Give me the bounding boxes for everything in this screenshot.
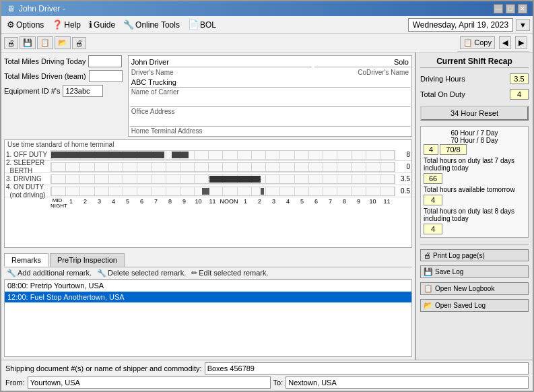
miles-team-row: Total Miles Driven (team) <box>4 70 123 82</box>
time-pm1: 1 <box>238 198 253 209</box>
driving-hours-value: 3.5 <box>510 73 529 84</box>
office-section: Office Address <box>130 97 410 115</box>
copy-area: 📋 Copy ◀ ▶ <box>457 34 530 52</box>
maximize-button[interactable]: □ <box>506 4 515 13</box>
bottom-bar: Shipping document #(s) or name of shippe… <box>1 360 533 391</box>
log-row-on-duty: 4. ON DUTY (not driving) 0.5 <box>5 185 411 197</box>
office-address-input[interactable] <box>130 97 410 107</box>
save-log-button[interactable]: 💾 Save Log <box>420 265 529 278</box>
shipping-input[interactable] <box>205 362 529 374</box>
tab-remarks[interactable]: Remarks <box>4 253 48 267</box>
total-on-duty-row: Total On Duty 4 <box>420 89 529 100</box>
arrow-right-button[interactable]: ▶ <box>515 36 527 49</box>
on-duty-label: 4. ON DUTY (not driving) <box>5 183 51 199</box>
time-10: 10 <box>191 198 205 209</box>
miles-driving-input[interactable] <box>88 55 122 67</box>
menu-online-tools[interactable]: 🔧 Online Tools <box>121 18 182 31</box>
to-label: To: <box>273 379 283 387</box>
codriver-input[interactable] <box>314 57 410 67</box>
to-input[interactable] <box>286 377 529 389</box>
save-icon: 💾 <box>424 267 433 276</box>
toolbar-btn-5[interactable]: 🖨 <box>72 37 86 49</box>
menu-bar: ⚙ Options ❓ Help ℹ Guide 🔧 Online Tools … <box>1 16 533 34</box>
equipment-id-row: Equipment ID #'s <box>4 85 123 97</box>
miles-team-input[interactable] <box>89 70 123 82</box>
right-panel: Current Shift Recap Driving Hours 3.5 To… <box>415 53 533 360</box>
menu-guide[interactable]: ℹ Guide <box>86 18 118 31</box>
time-pm4: 4 <box>281 198 295 209</box>
toolbar-btn-4[interactable]: 📂 <box>55 36 71 49</box>
toolbar-btn-2[interactable]: 💾 <box>20 36 36 49</box>
hour-60-label: 60 Hour / 7 Day <box>424 129 525 137</box>
time-5: 5 <box>121 198 135 209</box>
menu-bol[interactable]: 📄 BOL <box>185 18 219 31</box>
time-pm10: 10 <box>366 198 380 209</box>
sleeper-label: 2. SLEEPER BERTH <box>5 159 51 175</box>
left-panel: Total Miles Driving Today Total Miles Dr… <box>1 53 415 360</box>
log-grid-container: Use time standard of home terminal 1. OF… <box>4 139 412 248</box>
remark-item-0[interactable]: 08:00: Pretrip Yourtown, USA <box>5 280 411 292</box>
separator-1 <box>420 244 529 244</box>
tab-pretrip[interactable]: PreTrip Inspection <box>50 253 125 267</box>
off-duty-bar <box>51 150 395 160</box>
miles-equipment-row: Total Miles Driving Today Total Miles Dr… <box>4 55 412 137</box>
carrier-label: Name of Carrier <box>130 88 410 96</box>
log-row-off-duty: 1. OFF DUTY 8 <box>5 149 411 161</box>
log-row-sleeper: 2. SLEEPER BERTH 0 <box>5 161 411 173</box>
remarks-list: 08:00: Pretrip Yourtown, USA 12:00: Fuel… <box>4 280 412 358</box>
time-9: 9 <box>177 198 191 209</box>
copy-button[interactable]: 📋 Copy <box>460 36 495 49</box>
menu-options[interactable]: ⚙ Options <box>4 18 46 31</box>
open-saved-icon: 📂 <box>424 301 433 310</box>
log-grid: 1. OFF DUTY 8 2. SLEEPER BERTH <box>5 149 411 209</box>
open-saved-log-button[interactable]: 📂 Open Saved Log <box>420 299 529 312</box>
from-input[interactable] <box>28 377 271 389</box>
driving-label: 3. DRIVING <box>5 175 51 183</box>
close-button[interactable]: ✕ <box>518 4 527 13</box>
arrow-left-button[interactable]: ◀ <box>499 36 511 49</box>
equipment-id-label: Equipment ID #'s <box>4 87 60 95</box>
duty-8days-label: Total hours on duty last 8 days includin… <box>424 207 525 222</box>
from-to-row: From: To: <box>5 377 529 389</box>
miles-driving-row: Total Miles Driving Today <box>4 55 123 67</box>
date-selector: Wednesday, April 19, 2023 ▼ <box>408 18 530 32</box>
driver-form: Driver's Name CoDriver's Name Name of Ca… <box>128 55 412 137</box>
time-7: 7 <box>149 198 163 209</box>
hour-section: 60 Hour / 7 Day 70 Hour / 8 Day 4 70/8 T… <box>420 126 529 238</box>
total-on-duty-value: 4 <box>510 89 529 100</box>
hour-reset-button[interactable]: 34 Hour Reset <box>420 106 529 121</box>
delete-remark-button[interactable]: 🔧 Delete selected remark. <box>97 269 186 277</box>
off-duty-label: 1. OFF DUTY <box>5 151 51 158</box>
title-bar: 🖥 John Driver - — □ ✕ <box>1 1 533 16</box>
edit-remark-button[interactable]: ✏ Edit selected remark. <box>191 269 268 277</box>
edit-remark-icon: ✏ <box>191 269 197 277</box>
carrier-input[interactable] <box>130 77 410 88</box>
tabs-bar: Remarks PreTrip Inspection <box>4 253 412 267</box>
home-terminal-input[interactable] <box>130 117 410 127</box>
equipment-id-input[interactable] <box>63 85 103 97</box>
on-duty-bar <box>51 187 395 196</box>
tab-content: 🔧 Add additional remark. 🔧 Delete select… <box>4 267 412 358</box>
add-remark-button[interactable]: 🔧 Add additional remark. <box>7 269 92 277</box>
driving-hours-label: Driving Hours <box>420 75 465 83</box>
menu-help[interactable]: ❓ Help <box>49 18 84 31</box>
time-1: 1 <box>64 198 78 209</box>
add-remark-icon: 🔧 <box>7 269 16 277</box>
print-log-button[interactable]: 🖨 Print Log page(s) <box>420 249 529 261</box>
avail-tomorrow-label: Total hours available tomorrow <box>424 186 525 193</box>
options-icon: ⚙ <box>7 20 15 30</box>
time-pm2: 2 <box>253 198 267 209</box>
driver-name-input[interactable] <box>130 57 312 67</box>
date-calendar-button[interactable]: ▼ <box>516 19 530 31</box>
time-standard-label: Use time standard of home terminal <box>5 140 411 149</box>
minimize-button[interactable]: — <box>494 4 503 13</box>
bol-icon: 📄 <box>188 20 199 30</box>
time-noon: NOON <box>220 198 238 209</box>
driving-bar <box>51 174 395 184</box>
driving-hours-row: Driving Hours 3.5 <box>420 73 529 84</box>
remark-item-1[interactable]: 12:00: Fuel Stop Anothertown, USA <box>5 292 411 303</box>
toolbar-btn-1[interactable]: 🖨 <box>4 37 18 49</box>
total-on-duty-label: Total On Duty <box>420 90 465 98</box>
toolbar-btn-3[interactable]: 📋 <box>37 36 53 49</box>
open-new-logbook-button[interactable]: 📋 Open New Logbook <box>420 282 529 295</box>
